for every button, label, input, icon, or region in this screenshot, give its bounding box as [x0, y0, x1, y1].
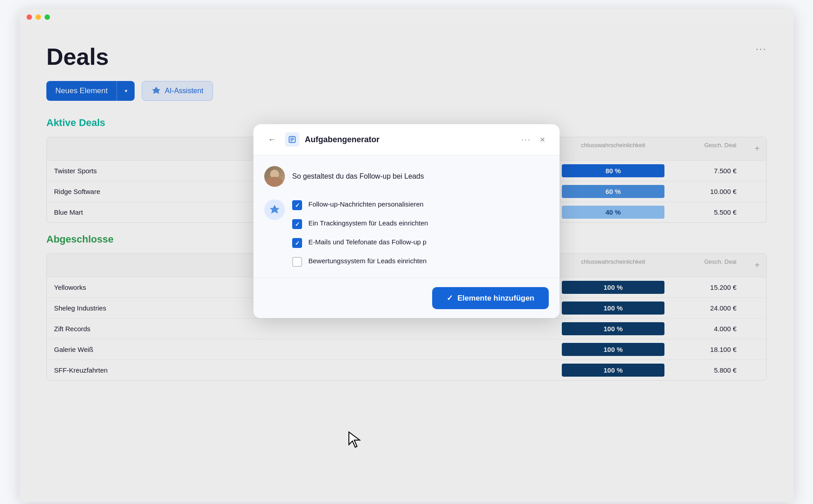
chat-text: So gestaltest du das Follow-up bei Leads	[292, 166, 424, 181]
task-text: E-Mails und Telefonate das Follow-up p	[308, 237, 426, 247]
chat-message: So gestaltest du das Follow-up bei Leads	[264, 166, 549, 187]
task-item: Bewertungssystem für Leads einrichten	[292, 256, 428, 267]
task-item: ✓ Follow-up-Nachrichten personalisieren	[292, 199, 428, 210]
modal-header: ← Aufgabengenerator ··· ×	[253, 124, 560, 155]
ai-tasks-icon	[269, 204, 280, 216]
modal-icon	[285, 132, 299, 147]
task-checkbox[interactable]: ✓	[292, 238, 302, 248]
minimize-traffic-light[interactable]	[36, 14, 41, 20]
modal-footer: ✓ Elemente hinzufügen	[253, 278, 560, 318]
task-checkbox[interactable]: ✓	[292, 219, 302, 229]
checkmark-icon: ✓	[295, 221, 300, 228]
modal-title: Aufgabengenerator	[305, 135, 516, 144]
task-checkbox[interactable]	[292, 257, 302, 267]
title-bar	[19, 9, 794, 25]
task-checkbox[interactable]: ✓	[292, 200, 302, 210]
aufgabengenerator-modal: ← Aufgabengenerator ··· ×	[253, 124, 560, 318]
add-elements-icon: ✓	[447, 293, 453, 303]
ai-tasks-block: ✓ Follow-up-Nachrichten personalisieren …	[264, 199, 549, 267]
task-text: Bewertungssystem für Leads einrichten	[308, 256, 427, 266]
task-list: ✓ Follow-up-Nachrichten personalisieren …	[292, 199, 428, 267]
fullscreen-traffic-light[interactable]	[45, 14, 50, 20]
modal-back-button[interactable]: ←	[264, 133, 280, 146]
modal-overlay: ← Aufgabengenerator ··· ×	[19, 25, 794, 502]
close-traffic-light[interactable]	[27, 14, 32, 20]
checkmark-icon: ✓	[295, 202, 300, 209]
checkmark-icon: ✓	[295, 240, 300, 247]
user-avatar	[264, 166, 285, 187]
add-elements-label: Elemente hinzufügen	[457, 294, 534, 303]
app-content: Deals ··· Neues Element ▾ AI-Assistent A…	[19, 25, 794, 502]
task-item: ✓ E-Mails und Telefonate das Follow-up p	[292, 237, 428, 248]
task-item: ✓ Ein Trackingsystem für Leads einrichte…	[292, 218, 428, 229]
modal-body: So gestaltest du das Follow-up bei Leads…	[253, 155, 560, 278]
task-text: Follow-up-Nachrichten personalisieren	[308, 199, 424, 209]
ai-badge	[264, 199, 285, 220]
task-generator-icon	[288, 135, 296, 144]
modal-more-button[interactable]: ···	[521, 135, 531, 144]
task-text: Ein Trackingsystem für Leads einrichten	[308, 218, 428, 228]
add-elements-button[interactable]: ✓ Elemente hinzufügen	[432, 287, 549, 309]
modal-close-button[interactable]: ×	[536, 133, 549, 147]
